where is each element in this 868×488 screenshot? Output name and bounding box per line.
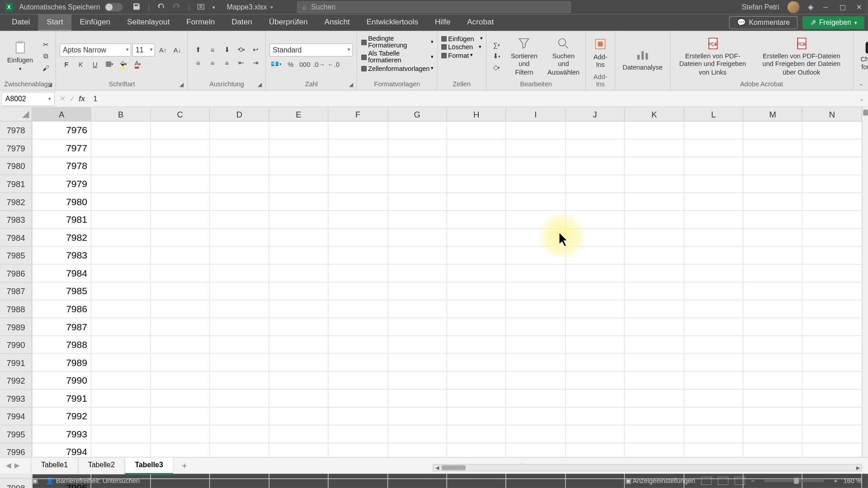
- cell[interactable]: [566, 264, 625, 282]
- column-header-M[interactable]: M: [743, 107, 802, 122]
- cell[interactable]: [388, 354, 447, 372]
- cell[interactable]: [388, 193, 447, 211]
- cell[interactable]: [329, 193, 388, 211]
- cell[interactable]: [743, 408, 802, 426]
- cell[interactable]: [151, 425, 210, 443]
- cell[interactable]: [802, 300, 862, 319]
- cell[interactable]: [506, 175, 566, 193]
- cell[interactable]: [269, 372, 329, 390]
- cell[interactable]: [802, 354, 862, 372]
- vertical-scrollbar[interactable]: [862, 107, 868, 457]
- scrollbar-thumb[interactable]: [863, 110, 868, 116]
- number-format-combo[interactable]: Standard▾: [270, 43, 354, 56]
- tab-einfuegen[interactable]: Einfügen: [71, 14, 119, 31]
- cell[interactable]: [388, 211, 447, 229]
- cell[interactable]: 7986: [32, 300, 91, 319]
- row-header[interactable]: 7984: [0, 229, 32, 247]
- comma-icon[interactable]: 000: [298, 59, 311, 70]
- cell[interactable]: [210, 211, 269, 229]
- cell[interactable]: [625, 211, 684, 229]
- dialog-launcher-icon[interactable]: ◢: [48, 82, 52, 88]
- cell[interactable]: [566, 157, 625, 175]
- cell[interactable]: [743, 211, 802, 229]
- cell[interactable]: [566, 318, 625, 336]
- cell[interactable]: [329, 282, 388, 300]
- cell[interactable]: [388, 229, 447, 247]
- cell[interactable]: [625, 336, 684, 354]
- shrink-font-icon[interactable]: A↓: [171, 44, 184, 55]
- cell[interactable]: [447, 336, 506, 354]
- cell[interactable]: [269, 389, 329, 408]
- bold-button[interactable]: F: [60, 59, 73, 70]
- cell[interactable]: 7989: [32, 354, 91, 372]
- cell[interactable]: [566, 282, 625, 300]
- cell[interactable]: [743, 264, 802, 282]
- cell[interactable]: [447, 425, 506, 443]
- cell[interactable]: [506, 408, 566, 426]
- cell[interactable]: [506, 122, 566, 140]
- cell[interactable]: [91, 372, 151, 390]
- toggle-track[interactable]: [105, 3, 123, 11]
- cell[interactable]: [269, 336, 329, 354]
- cell[interactable]: [566, 389, 625, 408]
- cell[interactable]: 7996: [32, 479, 91, 488]
- cell[interactable]: [388, 479, 447, 488]
- italic-button[interactable]: K: [74, 59, 87, 70]
- chatgpt-button[interactable]: GPT ChatGPT for Excel: [857, 33, 868, 80]
- cell[interactable]: [743, 175, 802, 193]
- cell[interactable]: [566, 193, 625, 211]
- cell[interactable]: [684, 247, 743, 265]
- cell[interactable]: [447, 157, 506, 175]
- cell[interactable]: [743, 140, 802, 158]
- column-header-L[interactable]: L: [684, 107, 743, 122]
- enter-formula-icon[interactable]: ✓: [69, 94, 75, 103]
- increase-indent-icon[interactable]: ⇥: [249, 57, 262, 68]
- cell[interactable]: [329, 372, 388, 390]
- cell[interactable]: [743, 318, 802, 336]
- cell[interactable]: 7980: [32, 193, 91, 211]
- cell[interactable]: [210, 264, 269, 282]
- cell[interactable]: [684, 211, 743, 229]
- cell[interactable]: [151, 479, 210, 488]
- cell[interactable]: [506, 425, 566, 443]
- font-size-combo[interactable]: 11▾: [132, 43, 155, 56]
- cell[interactable]: [151, 300, 210, 319]
- row-header[interactable]: 7985: [0, 247, 32, 265]
- fx-icon[interactable]: fx: [79, 94, 85, 103]
- find-select-button[interactable]: Suchen und Auswählen: [545, 33, 582, 80]
- cell[interactable]: [566, 354, 625, 372]
- decrease-indent-icon[interactable]: ⇤: [235, 57, 248, 68]
- tab-ueberpruefen[interactable]: Überprüfen: [260, 14, 316, 31]
- cell[interactable]: [329, 408, 388, 426]
- cell[interactable]: [91, 264, 151, 282]
- align-center-icon[interactable]: ≡: [206, 57, 219, 68]
- cell[interactable]: 7978: [32, 157, 91, 175]
- cell[interactable]: [566, 300, 625, 319]
- cell[interactable]: [91, 389, 151, 408]
- grow-font-icon[interactable]: A↑: [156, 44, 170, 55]
- cell[interactable]: [388, 389, 447, 408]
- column-header-E[interactable]: E: [269, 107, 329, 122]
- row-header[interactable]: 7995: [0, 425, 32, 443]
- cancel-formula-icon[interactable]: ✕: [60, 94, 66, 103]
- cell[interactable]: [210, 479, 269, 488]
- minimize-button[interactable]: ─: [821, 3, 830, 11]
- cell[interactable]: [684, 300, 743, 319]
- cell[interactable]: [269, 247, 329, 265]
- cell[interactable]: [684, 282, 743, 300]
- orientation-icon[interactable]: ⟲▾: [235, 44, 248, 55]
- cell[interactable]: [566, 229, 625, 247]
- row-header[interactable]: 7987: [0, 282, 32, 300]
- horizontal-scrollbar[interactable]: ◀ ▶: [433, 464, 862, 471]
- cell[interactable]: [684, 193, 743, 211]
- cell[interactable]: [269, 157, 329, 175]
- cell[interactable]: [684, 157, 743, 175]
- cell[interactable]: [684, 140, 743, 158]
- cell[interactable]: [210, 140, 269, 158]
- cell[interactable]: [802, 175, 862, 193]
- cell[interactable]: [210, 157, 269, 175]
- cell[interactable]: [625, 354, 684, 372]
- dialog-launcher-icon[interactable]: ◢: [258, 82, 262, 88]
- cell[interactable]: [684, 318, 743, 336]
- cell[interactable]: [388, 175, 447, 193]
